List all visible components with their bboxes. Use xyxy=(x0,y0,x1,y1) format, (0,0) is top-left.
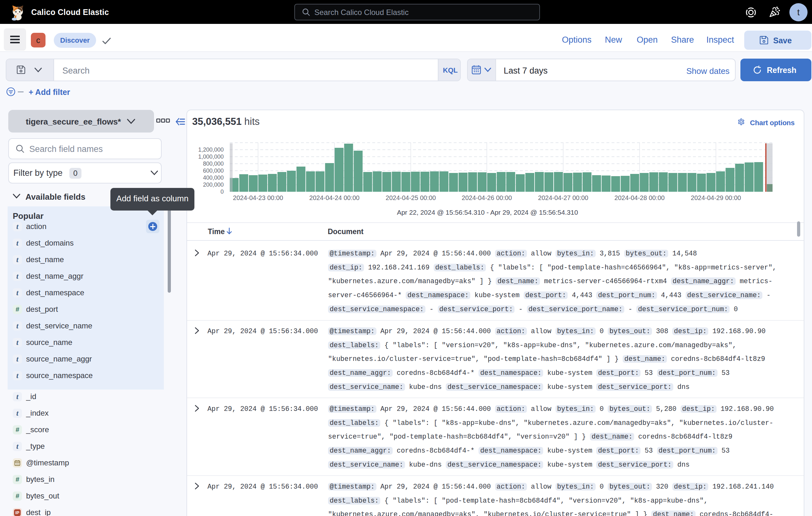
svg-text:2024-04-25 00:00: 2024-04-25 00:00 xyxy=(386,194,436,201)
svg-text:400,000: 400,000 xyxy=(203,174,224,181)
svg-text:2024-04-23 00:00: 2024-04-23 00:00 xyxy=(233,194,283,201)
svg-text:800,000: 800,000 xyxy=(203,161,224,167)
svg-text:2024-04-26 00:00: 2024-04-26 00:00 xyxy=(462,194,512,201)
svg-text:2024-04-24 00:00: 2024-04-24 00:00 xyxy=(309,194,359,201)
svg-text:1,200,000: 1,200,000 xyxy=(198,146,224,153)
svg-text:2024-04-28 00:00: 2024-04-28 00:00 xyxy=(614,194,665,201)
svg-text:600,000: 600,000 xyxy=(203,167,224,174)
svg-text:2024-04-29 00:00: 2024-04-29 00:00 xyxy=(691,194,741,201)
svg-text:0: 0 xyxy=(221,189,224,195)
svg-text:200,000: 200,000 xyxy=(203,182,224,188)
svg-text:1,000,000: 1,000,000 xyxy=(198,154,224,160)
svg-text:2024-04-27 00:00: 2024-04-27 00:00 xyxy=(538,194,588,201)
